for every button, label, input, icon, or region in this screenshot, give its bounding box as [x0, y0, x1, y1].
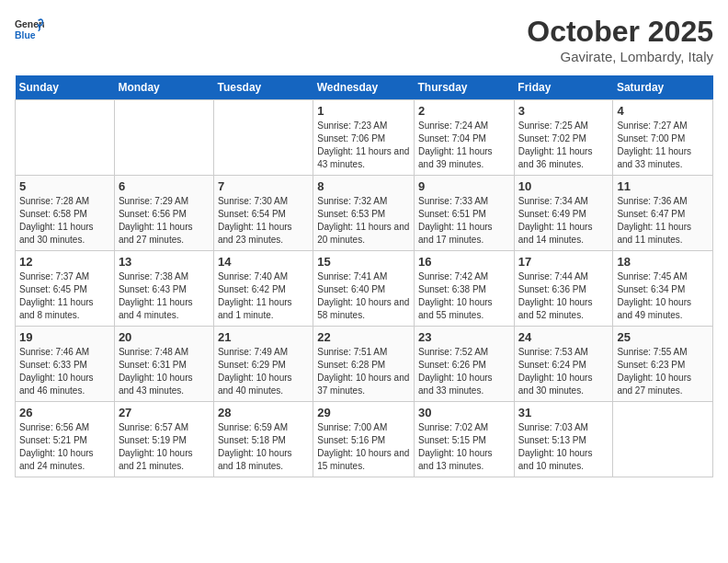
- day-cell: [213, 100, 313, 176]
- day-number: 26: [19, 406, 110, 419]
- day-cell: 13Sunrise: 7:38 AM Sunset: 6:43 PM Dayli…: [114, 251, 213, 327]
- day-cell: [16, 100, 115, 176]
- day-number: 25: [617, 330, 709, 344]
- day-number: 15: [317, 255, 410, 269]
- day-info: Sunrise: 7:27 AM Sunset: 7:00 PM Dayligh…: [617, 120, 709, 171]
- day-cell: 20Sunrise: 7:48 AM Sunset: 6:31 PM Dayli…: [114, 327, 213, 402]
- day-cell: 14Sunrise: 7:40 AM Sunset: 6:42 PM Dayli…: [213, 251, 313, 327]
- day-number: 4: [617, 104, 709, 118]
- day-cell: 31Sunrise: 7:03 AM Sunset: 5:13 PM Dayli…: [514, 402, 613, 477]
- col-header-thursday: Thursday: [415, 75, 515, 100]
- day-cell: 9Sunrise: 7:33 AM Sunset: 6:51 PM Daylig…: [415, 176, 515, 251]
- day-cell: 11Sunrise: 7:36 AM Sunset: 6:47 PM Dayli…: [613, 176, 713, 251]
- header-row: SundayMondayTuesdayWednesdayThursdayFrid…: [16, 75, 713, 100]
- svg-text:Blue: Blue: [15, 30, 36, 40]
- title-block: October 2025 Gavirate, Lombardy, Italy: [527, 15, 713, 64]
- day-number: 27: [119, 406, 210, 419]
- day-number: 28: [218, 406, 309, 419]
- day-info: Sunrise: 7:40 AM Sunset: 6:42 PM Dayligh…: [218, 270, 309, 322]
- day-cell: 28Sunrise: 6:59 AM Sunset: 5:18 PM Dayli…: [213, 402, 313, 477]
- day-number: 21: [218, 330, 309, 344]
- day-info: Sunrise: 7:53 AM Sunset: 6:24 PM Dayligh…: [518, 346, 609, 397]
- day-cell: 22Sunrise: 7:51 AM Sunset: 6:28 PM Dayli…: [313, 327, 415, 402]
- day-info: Sunrise: 7:25 AM Sunset: 7:02 PM Dayligh…: [518, 120, 609, 171]
- col-header-wednesday: Wednesday: [313, 75, 415, 100]
- day-info: Sunrise: 7:34 AM Sunset: 6:49 PM Dayligh…: [518, 195, 609, 247]
- day-cell: 17Sunrise: 7:44 AM Sunset: 6:36 PM Dayli…: [514, 251, 613, 327]
- col-header-tuesday: Tuesday: [213, 75, 313, 100]
- day-info: Sunrise: 7:41 AM Sunset: 6:40 PM Dayligh…: [317, 270, 410, 322]
- col-header-friday: Friday: [514, 75, 613, 100]
- day-info: Sunrise: 7:46 AM Sunset: 6:33 PM Dayligh…: [19, 346, 110, 397]
- day-info: Sunrise: 7:36 AM Sunset: 6:47 PM Dayligh…: [617, 195, 709, 247]
- day-number: 14: [218, 255, 309, 269]
- day-number: 24: [518, 330, 609, 344]
- day-cell: 3Sunrise: 7:25 AM Sunset: 7:02 PM Daylig…: [514, 100, 613, 176]
- day-number: 29: [317, 406, 410, 419]
- week-row-2: 5Sunrise: 7:28 AM Sunset: 6:58 PM Daylig…: [16, 176, 713, 251]
- location: Gavirate, Lombardy, Italy: [527, 49, 713, 64]
- day-info: Sunrise: 7:33 AM Sunset: 6:51 PM Dayligh…: [418, 195, 510, 247]
- col-header-monday: Monday: [114, 75, 213, 100]
- day-number: 2: [418, 104, 510, 118]
- day-info: Sunrise: 7:49 AM Sunset: 6:29 PM Dayligh…: [218, 346, 309, 397]
- week-row-5: 26Sunrise: 6:56 AM Sunset: 5:21 PM Dayli…: [16, 402, 713, 477]
- day-info: Sunrise: 7:51 AM Sunset: 6:28 PM Dayligh…: [317, 346, 410, 397]
- day-cell: [613, 402, 713, 477]
- day-info: Sunrise: 6:57 AM Sunset: 5:19 PM Dayligh…: [119, 421, 210, 473]
- day-info: Sunrise: 7:24 AM Sunset: 7:04 PM Dayligh…: [418, 120, 510, 171]
- day-info: Sunrise: 6:59 AM Sunset: 5:18 PM Dayligh…: [218, 421, 309, 473]
- day-number: 12: [19, 255, 110, 269]
- day-number: 8: [317, 179, 410, 193]
- week-row-1: 1Sunrise: 7:23 AM Sunset: 7:06 PM Daylig…: [16, 100, 713, 176]
- day-cell: 25Sunrise: 7:55 AM Sunset: 6:23 PM Dayli…: [613, 327, 713, 402]
- day-number: 18: [617, 255, 709, 269]
- day-cell: 26Sunrise: 6:56 AM Sunset: 5:21 PM Dayli…: [16, 402, 115, 477]
- day-number: 31: [518, 406, 609, 419]
- day-number: 11: [617, 179, 709, 193]
- day-number: 30: [418, 406, 510, 419]
- logo-icon: General Blue: [15, 15, 44, 44]
- day-cell: 2Sunrise: 7:24 AM Sunset: 7:04 PM Daylig…: [415, 100, 515, 176]
- day-cell: 16Sunrise: 7:42 AM Sunset: 6:38 PM Dayli…: [415, 251, 515, 327]
- day-info: Sunrise: 7:44 AM Sunset: 6:36 PM Dayligh…: [518, 270, 609, 322]
- day-cell: 12Sunrise: 7:37 AM Sunset: 6:45 PM Dayli…: [16, 251, 115, 327]
- day-number: 7: [218, 179, 309, 193]
- day-info: Sunrise: 7:23 AM Sunset: 7:06 PM Dayligh…: [317, 120, 410, 171]
- day-cell: 29Sunrise: 7:00 AM Sunset: 5:16 PM Dayli…: [313, 402, 415, 477]
- day-cell: 5Sunrise: 7:28 AM Sunset: 6:58 PM Daylig…: [16, 176, 115, 251]
- day-cell: 4Sunrise: 7:27 AM Sunset: 7:00 PM Daylig…: [613, 100, 713, 176]
- day-info: Sunrise: 7:02 AM Sunset: 5:15 PM Dayligh…: [418, 421, 510, 473]
- day-number: 5: [19, 179, 110, 193]
- day-number: 22: [317, 330, 410, 344]
- day-number: 17: [518, 255, 609, 269]
- day-cell: 30Sunrise: 7:02 AM Sunset: 5:15 PM Dayli…: [415, 402, 515, 477]
- day-cell: 1Sunrise: 7:23 AM Sunset: 7:06 PM Daylig…: [313, 100, 415, 176]
- day-info: Sunrise: 6:56 AM Sunset: 5:21 PM Dayligh…: [19, 421, 110, 473]
- day-number: 9: [418, 179, 510, 193]
- day-cell: 8Sunrise: 7:32 AM Sunset: 6:53 PM Daylig…: [313, 176, 415, 251]
- day-info: Sunrise: 7:00 AM Sunset: 5:16 PM Dayligh…: [317, 421, 410, 473]
- day-info: Sunrise: 7:52 AM Sunset: 6:26 PM Dayligh…: [418, 346, 510, 397]
- logo: General Blue: [15, 15, 48, 44]
- day-number: 6: [119, 179, 210, 193]
- day-number: 16: [418, 255, 510, 269]
- month-title: October 2025: [527, 15, 713, 49]
- day-info: Sunrise: 7:03 AM Sunset: 5:13 PM Dayligh…: [518, 421, 609, 473]
- day-number: 23: [418, 330, 510, 344]
- day-info: Sunrise: 7:37 AM Sunset: 6:45 PM Dayligh…: [19, 270, 110, 322]
- day-cell: 27Sunrise: 6:57 AM Sunset: 5:19 PM Dayli…: [114, 402, 213, 477]
- day-number: 1: [317, 104, 410, 118]
- day-info: Sunrise: 7:38 AM Sunset: 6:43 PM Dayligh…: [119, 270, 210, 322]
- week-row-4: 19Sunrise: 7:46 AM Sunset: 6:33 PM Dayli…: [16, 327, 713, 402]
- day-info: Sunrise: 7:32 AM Sunset: 6:53 PM Dayligh…: [317, 195, 410, 247]
- day-info: Sunrise: 7:28 AM Sunset: 6:58 PM Dayligh…: [19, 195, 110, 247]
- day-cell: 15Sunrise: 7:41 AM Sunset: 6:40 PM Dayli…: [313, 251, 415, 327]
- day-cell: 18Sunrise: 7:45 AM Sunset: 6:34 PM Dayli…: [613, 251, 713, 327]
- day-cell: 6Sunrise: 7:29 AM Sunset: 6:56 PM Daylig…: [114, 176, 213, 251]
- day-info: Sunrise: 7:42 AM Sunset: 6:38 PM Dayligh…: [418, 270, 510, 322]
- day-info: Sunrise: 7:30 AM Sunset: 6:54 PM Dayligh…: [218, 195, 309, 247]
- col-header-saturday: Saturday: [613, 75, 713, 100]
- day-number: 13: [119, 255, 210, 269]
- week-row-3: 12Sunrise: 7:37 AM Sunset: 6:45 PM Dayli…: [16, 251, 713, 327]
